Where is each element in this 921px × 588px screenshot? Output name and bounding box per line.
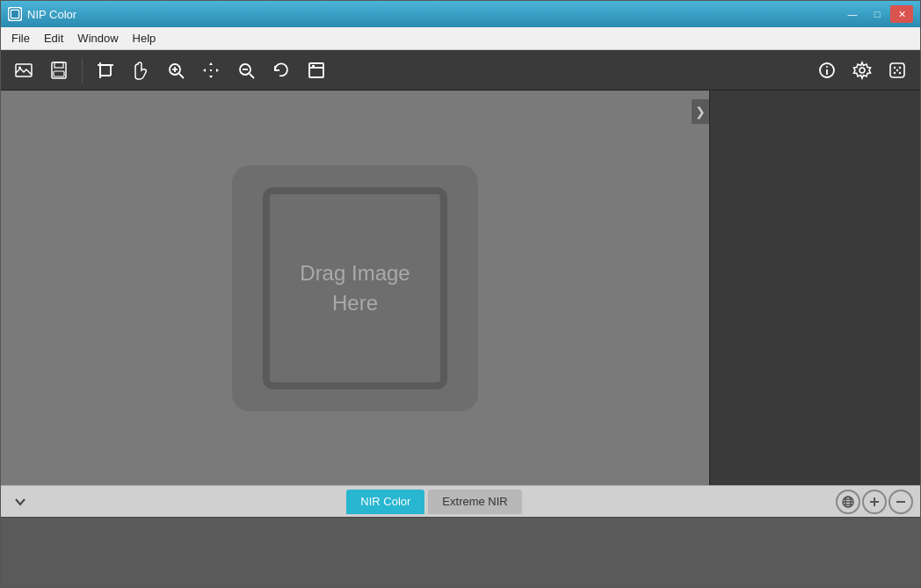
menu-help[interactable]: Help	[126, 29, 163, 47]
svg-rect-6	[54, 71, 64, 76]
drop-line-2: Here	[332, 291, 378, 315]
effects-button[interactable]	[881, 54, 913, 86]
svg-marker-16	[203, 69, 206, 72]
settings-button[interactable]	[846, 54, 878, 86]
chevron-right-icon: ❯	[695, 105, 706, 119]
menu-edit[interactable]: Edit	[37, 29, 70, 47]
move-button[interactable]	[195, 54, 227, 86]
maximize-button[interactable]: □	[866, 5, 888, 23]
svg-rect-24	[312, 65, 315, 67]
svg-rect-7	[100, 65, 111, 76]
svg-point-30	[894, 66, 896, 68]
svg-rect-22	[309, 63, 323, 77]
crop-button[interactable]	[90, 54, 121, 86]
svg-rect-18	[210, 69, 212, 71]
bottom-right-buttons	[836, 490, 913, 514]
svg-point-32	[894, 71, 896, 73]
canvas-area[interactable]: ❯ Drag Image Here	[1, 91, 709, 485]
remove-button[interactable]	[888, 490, 913, 514]
svg-line-11	[179, 74, 184, 78]
toolbar-sep-1	[82, 58, 83, 83]
main-content: ❯ Drag Image Here	[1, 91, 920, 485]
window-controls: — □ ✕	[841, 5, 913, 23]
tab-nir-color[interactable]: NIR Color	[346, 490, 424, 514]
fullscreen-button[interactable]	[301, 54, 332, 86]
bottom-panel	[1, 517, 920, 587]
svg-rect-1	[11, 11, 18, 18]
app-icon	[8, 7, 22, 21]
drop-text: Drag Image Here	[300, 258, 410, 317]
open-image-button[interactable]	[8, 54, 40, 86]
menu-window[interactable]: Window	[70, 29, 125, 47]
zoom-in-button[interactable]	[160, 54, 192, 86]
side-panel-toggle[interactable]: ❯	[692, 99, 709, 124]
toolbar	[1, 50, 920, 91]
rotate-button[interactable]	[265, 54, 297, 86]
svg-marker-15	[209, 76, 213, 78]
menu-bar: File Edit Window Help	[1, 27, 920, 50]
window-title: NIP Color	[27, 8, 836, 21]
svg-line-20	[250, 74, 254, 78]
bottom-bar: NIR Color Extreme NIR	[1, 485, 920, 517]
menu-file[interactable]: File	[4, 29, 37, 47]
network-button[interactable]	[836, 490, 860, 514]
add-button[interactable]	[862, 490, 887, 514]
bottom-chevron-down[interactable]	[8, 490, 33, 514]
title-bar: NIP Color — □ ✕	[1, 1, 920, 27]
save-button[interactable]	[43, 54, 75, 86]
drop-line-1: Drag Image	[300, 261, 410, 285]
right-panel	[709, 91, 920, 485]
svg-point-27	[826, 66, 828, 68]
svg-point-28	[859, 68, 865, 73]
pointer-button[interactable]	[125, 54, 156, 86]
application-window: NIP Color — □ ✕ File Edit Window Help	[0, 0, 921, 588]
svg-point-34	[896, 69, 898, 70]
svg-point-33	[899, 71, 901, 73]
svg-marker-17	[216, 69, 219, 72]
close-button[interactable]: ✕	[890, 5, 913, 23]
svg-point-3	[18, 66, 21, 69]
info-button[interactable]	[811, 54, 843, 86]
zoom-out-button[interactable]	[230, 54, 262, 86]
minimize-button[interactable]: —	[841, 5, 864, 23]
drop-zone-inner: Drag Image Here	[263, 187, 447, 389]
svg-point-31	[899, 66, 901, 68]
svg-marker-14	[209, 62, 213, 65]
tab-extreme-nir[interactable]: Extreme NIR	[428, 490, 521, 514]
drop-zone[interactable]: Drag Image Here	[232, 165, 478, 411]
svg-rect-5	[54, 62, 63, 68]
